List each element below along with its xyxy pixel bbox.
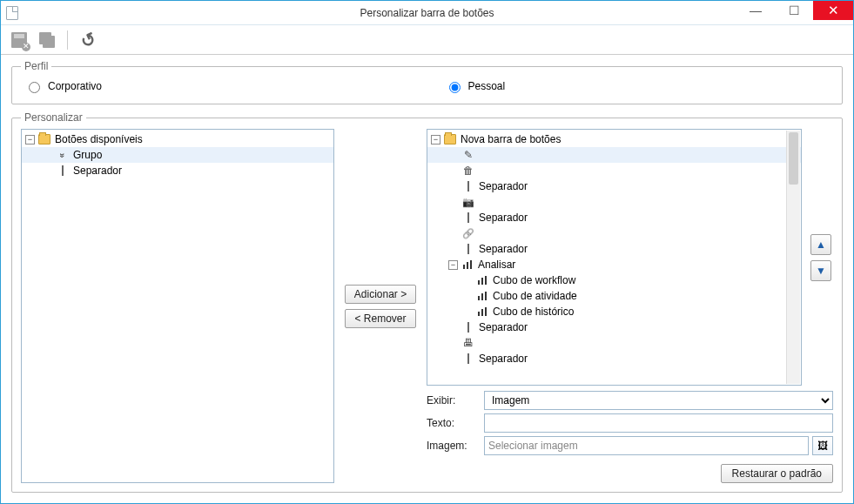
separator-icon [462,180,474,192]
item-properties-form: Exibir: Imagem Texto: Imagem: [427,391,833,455]
collapse-icon[interactable]: − [25,135,35,144]
tree-item[interactable]: Cubo de atividade [427,288,801,304]
bars-icon [476,274,488,286]
tree-item[interactable]: Cubo de workflow [427,272,801,288]
tree-item[interactable]: Separador [427,319,801,335]
profile-corporate-option[interactable]: Corporativo [24,79,410,93]
close-button[interactable]: ✕ [813,1,853,20]
bars-icon [461,259,474,271]
restore-row: Restaurar o padrão [427,460,833,483]
bars-icon [476,306,488,318]
collapse-icon[interactable]: − [448,260,458,270]
tree-item[interactable]: 🗑 [427,163,801,178]
remove-button[interactable]: < Remover [345,309,415,328]
tree-item[interactable]: Separador [427,351,801,366]
profile-personal-label: Pessoal [468,80,506,92]
tree-item[interactable]: 🖶 [427,335,801,351]
scrollbar-thumb[interactable] [789,132,798,185]
new-toolbar-tree[interactable]: −Nova barra de botões✎🗑Separador📷Separad… [427,129,802,386]
tree-item[interactable]: −Analisar [427,257,801,272]
document-icon [6,6,18,20]
trash-icon: 🗑 [462,165,474,177]
profile-personal-radio[interactable] [449,82,461,93]
tree-item[interactable]: 📷 [427,194,801,210]
move-down-button[interactable]: ▼ [810,260,831,281]
save-all-button[interactable] [36,29,58,51]
browse-image-button[interactable]: 🖼 [812,436,833,455]
refresh-button[interactable]: ↻ [77,29,99,51]
tree-item-label: Separador [479,180,528,192]
svg-rect-2 [470,260,472,269]
pencil-icon: ✎ [462,149,474,161]
maximize-button[interactable]: ☐ [775,1,813,20]
tree-root[interactable]: −Botões disponíveis [22,131,333,147]
tree-item[interactable]: 🔗 [427,225,801,241]
reorder-column: ▲ ▼ [809,129,833,386]
print-icon: 🖶 [462,337,474,349]
tree-item[interactable]: »Grupo [22,147,333,163]
move-up-button[interactable]: ▲ [810,234,831,255]
svg-rect-4 [481,278,483,285]
tree-item-label: Cubo de atividade [493,290,577,302]
scrollbar[interactable] [786,131,800,384]
imagem-input[interactable] [484,436,809,455]
tree-item-label: Cubo de histórico [493,306,574,318]
tree-root-label: Nova barra de botões [461,133,561,145]
profile-fieldset: Perfil Corporativo Pessoal [11,60,843,104]
separator-icon [462,321,474,333]
tree-item-label: Analisar [478,259,515,271]
texto-input[interactable] [484,413,833,433]
customize-fieldset: Personalizar −Botões disponíveis»GrupoSe… [11,111,843,493]
svg-rect-9 [478,312,480,316]
svg-rect-11 [485,307,487,316]
tree-item-label: Separador [479,243,528,255]
texto-label: Texto: [427,417,479,429]
customize-section: Personalizar −Botões disponíveis»GrupoSe… [11,111,843,493]
folder-icon [444,134,456,144]
minimize-button[interactable]: — [736,1,775,20]
customize-legend: Personalizar [21,111,86,124]
toolbar: ↻ [1,25,853,55]
profile-legend: Perfil [21,60,51,72]
profile-corporate-radio[interactable] [29,82,40,93]
window-buttons: — ☐ ✕ [736,1,853,24]
tree-item[interactable]: Separador [427,241,801,257]
tree-item-label: Grupo [73,149,102,161]
profile-row: Corporativo Pessoal [21,77,833,95]
picture-icon: 🖼 [817,440,828,452]
tree-item[interactable]: Separador [427,210,801,225]
tree-item-label: Cubo de workflow [493,274,575,286]
imagem-label: Imagem: [427,440,479,452]
tree-item-label: Separador [479,353,528,365]
available-buttons-tree[interactable]: −Botões disponíveis»GrupoSeparador [21,129,334,483]
profile-personal-option[interactable]: Pessoal [445,79,830,93]
save-discard-button[interactable] [8,29,30,51]
content-area: Perfil Corporativo Pessoal Per [1,55,853,503]
svg-rect-3 [478,280,480,285]
refresh-icon: ↻ [77,27,99,52]
chevrons-icon: » [57,149,69,161]
collapse-icon[interactable]: − [431,135,440,144]
titlebar[interactable]: Personalizar barra de botões — ☐ ✕ [1,1,853,25]
tree-item-label: Separador [479,321,528,333]
tree-root[interactable]: −Nova barra de botões [427,131,801,147]
separator-icon [462,353,474,365]
customize-body: −Botões disponíveis»GrupoSeparador Adici… [21,129,833,483]
tree-item[interactable]: Cubo de histórico [427,304,801,319]
profile-corporate-label: Corporativo [48,80,102,92]
separator-icon [57,165,69,177]
restore-default-button[interactable]: Restaurar o padrão [721,464,833,483]
exibir-select[interactable]: Imagem [484,391,833,410]
add-button[interactable]: Adicionar > [345,285,416,304]
camera-icon: 📷 [462,196,474,208]
svg-rect-0 [463,265,465,269]
right-top-row: −Nova barra de botões✎🗑Separador📷Separad… [427,129,833,386]
save-all-icon [39,32,55,48]
tree-item[interactable]: Separador [427,178,801,194]
separator-icon [462,243,474,255]
right-column: −Nova barra de botões✎🗑Separador📷Separad… [427,129,833,483]
svg-rect-10 [481,309,483,316]
tree-item[interactable]: ✎ [427,147,801,163]
app-window: Personalizar barra de botões — ☐ ✕ ↻ Per… [0,0,854,504]
tree-item[interactable]: Separador [22,163,333,178]
